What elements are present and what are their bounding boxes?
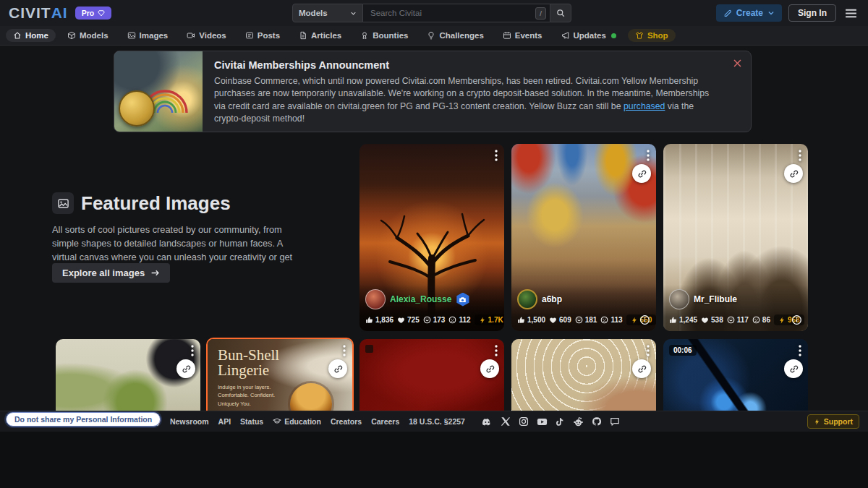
nav-models[interactable]: Models	[60, 29, 116, 42]
youtube-icon[interactable]	[537, 416, 548, 427]
nav-challenges[interactable]: Challenges	[420, 29, 490, 42]
card-menu-icon[interactable]	[495, 345, 498, 356]
info-icon[interactable]	[791, 314, 802, 325]
image-card-lobby-daleks[interactable]: Mr_Flibule 1,245 538 117 86 968	[663, 144, 808, 331]
card-user-row[interactable]: Alexia_Rousse	[365, 289, 498, 309]
sign-in-button[interactable]: Sign In	[788, 4, 836, 22]
social-links	[482, 416, 620, 427]
reaction-heart[interactable]: 725	[397, 316, 420, 324]
nav-videos[interactable]: Videos	[179, 29, 234, 42]
nav-posts[interactable]: Posts	[238, 29, 287, 42]
footer-link-2257[interactable]: 18 U.S.C. §2257	[409, 417, 465, 426]
search-input[interactable]	[363, 4, 550, 22]
do-not-share-personal-info-button[interactable]: Do not share my Personal Information	[6, 412, 161, 427]
reaction-heart[interactable]: 538	[701, 316, 723, 324]
nav-images[interactable]: Images	[120, 29, 176, 42]
card-user-row[interactable]: Mr_Flibule	[669, 289, 802, 309]
search-submit-button[interactable]	[550, 4, 571, 22]
image-icon	[127, 31, 136, 40]
reaction-like[interactable]: 1,245	[669, 316, 697, 324]
create-button[interactable]: Create	[716, 4, 782, 22]
footer-link-education[interactable]: Education	[273, 417, 321, 426]
pro-badge-button[interactable]: Pro	[75, 7, 112, 20]
card-user-row[interactable]: a6bp	[517, 289, 650, 309]
buzz-tip-badge[interactable]: 1.7K	[475, 314, 504, 325]
camera-badge-icon	[456, 293, 469, 307]
card-menu-icon[interactable]	[191, 345, 194, 356]
video-icon	[187, 31, 195, 40]
copy-link-button[interactable]	[632, 164, 651, 183]
announcement-text: Coinbase Commerce, which until now power…	[214, 75, 739, 126]
explore-all-images-button[interactable]: Explore all images	[52, 263, 170, 283]
thumbnail-placeholder-icon	[365, 345, 373, 353]
instagram-icon[interactable]	[519, 416, 529, 427]
civitai-logo[interactable]: CIVIT AI	[9, 4, 68, 22]
reaction-laugh[interactable]: 117	[727, 316, 749, 324]
updates-notification-dot	[611, 33, 616, 38]
copy-link-button[interactable]	[328, 359, 347, 378]
create-button-label: Create	[736, 8, 763, 18]
github-icon[interactable]	[592, 416, 602, 427]
video-card-blue-flowers[interactable]: 00:06	[663, 339, 808, 411]
card-menu-icon[interactable]	[647, 150, 650, 161]
reaction-heart[interactable]: 609	[549, 316, 571, 324]
chat-bubble-icon[interactable]	[610, 416, 620, 427]
nav-shop[interactable]: Shop	[628, 29, 676, 42]
reaction-stats: 1,500 609 181 113 650	[517, 314, 650, 325]
image-icon	[57, 197, 69, 210]
image-card-sunset-tree[interactable]: Alexia_Rousse 1,836 725 173 112	[359, 144, 504, 331]
card-menu-icon[interactable]	[799, 150, 801, 161]
hamburger-menu-icon[interactable]	[843, 5, 859, 22]
card-menu-icon[interactable]	[647, 345, 650, 356]
diamond-icon	[98, 9, 105, 17]
link-icon	[333, 364, 343, 374]
purchased-link[interactable]: purchased	[624, 101, 665, 111]
reaction-like[interactable]: 1,836	[365, 316, 393, 324]
nav-images-label: Images	[140, 31, 169, 40]
reaction-cry[interactable]: 86	[752, 316, 770, 324]
reaction-like[interactable]: 1,500	[517, 316, 545, 324]
buy-yellow-buzz-button[interactable]: Buy Yellow Buzz!	[214, 132, 304, 132]
support-button[interactable]: Support	[807, 414, 859, 429]
image-card-red-texture[interactable]	[359, 339, 504, 411]
video-duration-badge: 00:06	[669, 345, 697, 356]
x-twitter-icon[interactable]	[501, 416, 511, 427]
close-icon[interactable]	[733, 59, 742, 68]
nav-events[interactable]: Events	[495, 29, 550, 42]
home-icon	[13, 31, 22, 40]
nav-home[interactable]: Home	[6, 29, 56, 42]
footer-link-status[interactable]: Status	[240, 417, 263, 426]
search-shortcut-key: /	[535, 7, 546, 20]
copy-link-button[interactable]	[480, 359, 499, 378]
footer-link-newsroom[interactable]: Newsroom	[170, 417, 209, 426]
nav-updates[interactable]: Updates	[554, 29, 624, 42]
support-button-label: Support	[824, 417, 853, 426]
reaction-laugh[interactable]: 181	[575, 316, 597, 324]
reaction-cry[interactable]: 113	[600, 316, 622, 324]
image-card-frog-gentleman[interactable]	[56, 339, 200, 411]
info-icon[interactable]	[639, 314, 650, 325]
reddit-icon[interactable]	[573, 416, 584, 427]
card-menu-icon[interactable]	[343, 345, 346, 356]
image-card-medieval-knights[interactable]: a6bp 1,500 609 181 113 650	[511, 144, 656, 331]
copy-link-button[interactable]	[176, 359, 195, 378]
reaction-laugh[interactable]: 173	[423, 316, 446, 324]
image-card-lace-web[interactable]	[511, 339, 656, 411]
card-menu-icon[interactable]	[495, 150, 498, 161]
nav-bounties[interactable]: Bounties	[353, 29, 415, 42]
copy-link-button[interactable]	[784, 164, 803, 183]
card-menu-icon[interactable]	[799, 345, 801, 356]
reaction-cry[interactable]: 112	[448, 316, 470, 324]
username: Mr_Flibule	[694, 294, 737, 304]
discord-icon[interactable]	[482, 416, 493, 427]
copy-link-button[interactable]	[784, 359, 803, 378]
image-card-bunshell-ad[interactable]: Bun-Shell Lingerie Indulge in your layer…	[206, 338, 354, 412]
copy-link-button[interactable]	[632, 359, 651, 378]
nav-articles[interactable]: Articles	[292, 29, 349, 42]
footer-link-careers[interactable]: Careers	[371, 417, 399, 426]
lightbulb-icon	[427, 31, 435, 40]
tiktok-icon[interactable]	[556, 417, 565, 427]
search-category-select[interactable]: Models	[292, 4, 363, 22]
footer-link-creators[interactable]: Creators	[331, 417, 362, 426]
footer-link-api[interactable]: API	[218, 417, 231, 426]
